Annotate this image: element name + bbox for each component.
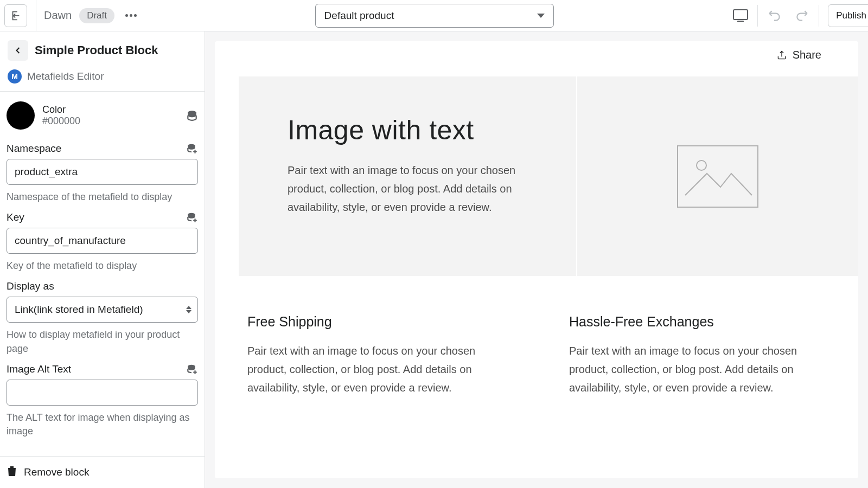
select-arrows-icon <box>186 306 192 313</box>
image-with-text-section: Image with text Pair text with an image … <box>239 76 858 276</box>
image-placeholder-icon <box>677 145 758 208</box>
color-value: #000000 <box>42 115 178 127</box>
alt-text-field: Image Alt Text The ALT text for image wh… <box>7 358 198 440</box>
column-2: Hassle-Free Exchanges Pair text with an … <box>569 314 826 397</box>
remove-block-label: Remove block <box>24 466 89 478</box>
app-name: Metafields Editor <box>27 70 104 82</box>
dynamic-source-add-icon[interactable] <box>186 143 198 155</box>
alt-text-input[interactable] <box>7 380 198 406</box>
topbar-center: Default product <box>141 4 728 28</box>
dots-horizontal-icon <box>125 14 137 17</box>
alt-text-help: The ALT text for image when displaying a… <box>7 411 198 438</box>
dynamic-source-add-icon[interactable] <box>186 363 198 375</box>
iwt-image <box>576 76 858 276</box>
viewport-desktop-button[interactable] <box>728 3 753 28</box>
iwt-text: Image with text Pair text with an image … <box>239 76 576 276</box>
namespace-label: Namespace <box>7 143 61 155</box>
iwt-body: Pair text with an image to focus on your… <box>288 161 526 216</box>
publish-button[interactable]: Publish <box>828 4 868 27</box>
block-title: Simple Product Block <box>35 43 158 57</box>
display-as-label: Display as <box>7 280 54 292</box>
exit-editor-button[interactable] <box>4 4 27 27</box>
remove-block-button[interactable]: Remove block <box>0 456 205 488</box>
key-input[interactable] <box>7 228 198 254</box>
display-as-select[interactable] <box>7 297 198 323</box>
chevron-left-icon <box>12 45 23 56</box>
dynamic-source-icon[interactable] <box>186 110 198 121</box>
divider <box>819 5 819 27</box>
dynamic-source-add-icon[interactable] <box>186 211 198 223</box>
share-label: Share <box>793 49 821 61</box>
theme-name: Dawn <box>44 9 72 22</box>
trash-icon <box>7 465 17 479</box>
key-help: Key of the metafield to display <box>7 259 198 273</box>
preview-pane: Share Image with text Pair text with an … <box>205 31 868 488</box>
template-selector[interactable]: Default product <box>315 4 554 28</box>
display-as-field: Display as How to display metafield in y… <box>7 275 198 357</box>
column-2-heading: Hassle-Free Exchanges <box>569 314 826 330</box>
key-label: Key <box>7 211 24 223</box>
redo-button[interactable] <box>789 3 814 28</box>
theme-info: Dawn Draft <box>36 0 141 31</box>
share-icon <box>776 50 787 61</box>
display-as-help: How to display metafield in your product… <box>7 328 198 355</box>
namespace-field: Namespace Namespace of the metafield to … <box>7 137 198 206</box>
undo-icon <box>768 9 782 23</box>
main: Simple Product Block M Metafields Editor… <box>0 31 868 488</box>
caret-down-icon <box>537 14 545 18</box>
app-icon: M <box>8 69 22 84</box>
iwt-heading: Image with text <box>288 114 527 146</box>
column-1: Free Shipping Pair text with an image to… <box>247 314 504 397</box>
svg-rect-1 <box>737 21 744 22</box>
exit-icon <box>10 10 22 22</box>
template-selected-label: Default product <box>324 10 394 22</box>
namespace-input[interactable] <box>7 159 198 185</box>
share-button[interactable]: Share <box>776 49 821 61</box>
more-actions-button[interactable] <box>122 7 141 25</box>
topbar: Dawn Draft Default product Publish <box>0 0 868 31</box>
color-label: Color <box>42 104 178 115</box>
svg-rect-0 <box>733 10 748 20</box>
key-field: Key Key of the metafield to display <box>7 206 198 275</box>
multicolumn-section: Free Shipping Pair text with an image to… <box>215 276 858 413</box>
column-2-body: Pair text with an image to focus on your… <box>569 342 826 397</box>
sidebar: Simple Product Block M Metafields Editor… <box>0 31 205 488</box>
color-swatch[interactable] <box>7 101 35 130</box>
preview-canvas: Share Image with text Pair text with an … <box>215 41 858 478</box>
topbar-right: Publish <box>728 3 864 28</box>
namespace-help: Namespace of the metafield to display <box>7 190 198 204</box>
back-button[interactable] <box>8 40 28 61</box>
color-labels: Color #000000 <box>42 104 178 127</box>
sidebar-body: Color #000000 Namespace Namespace of the… <box>0 91 205 456</box>
topbar-left: Dawn Draft <box>4 0 141 31</box>
app-row: M Metafields Editor <box>0 66 205 91</box>
undo-button[interactable] <box>762 3 787 28</box>
divider <box>757 5 758 27</box>
svg-point-6 <box>697 160 706 170</box>
draft-badge: Draft <box>79 8 114 23</box>
redo-icon <box>795 9 809 23</box>
desktop-icon <box>733 9 748 22</box>
publish-label: Publish <box>836 10 866 21</box>
sidebar-header: Simple Product Block <box>0 31 205 66</box>
column-1-heading: Free Shipping <box>247 314 504 330</box>
column-1-body: Pair text with an image to focus on your… <box>247 342 504 397</box>
alt-text-label: Image Alt Text <box>7 363 71 375</box>
color-setting[interactable]: Color #000000 <box>7 92 198 137</box>
